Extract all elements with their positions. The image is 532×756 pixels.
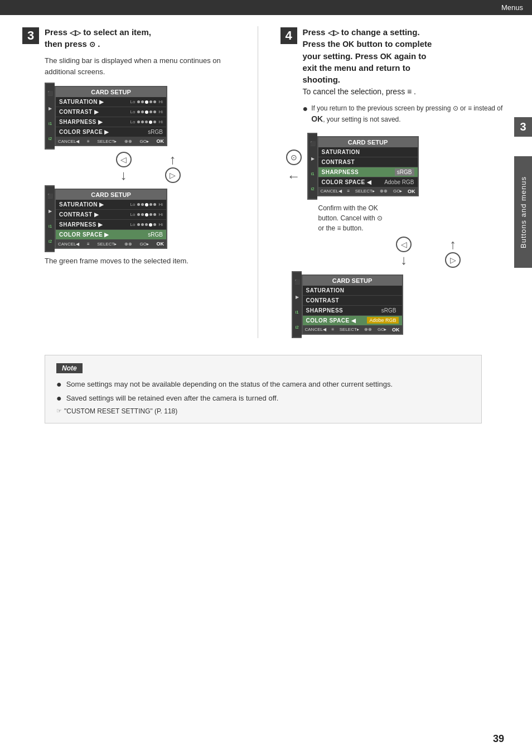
arrow-step4-up: ↑ bbox=[449, 237, 456, 252]
side-tab-label: Buttons and menus bbox=[514, 156, 532, 268]
cam-b-side-icons: ⬛ ▶ i1 i2 bbox=[292, 271, 302, 338]
arrow-step4-down: ↓ bbox=[400, 252, 407, 268]
step3-block: 3 Press ◁▷ to select an item, then press… bbox=[22, 26, 246, 338]
cam1-side-icons: ⬛ ▶ i1 i2 bbox=[45, 83, 55, 150]
step4-nav-circle: ⊙ bbox=[286, 150, 302, 165]
column-divider bbox=[258, 26, 258, 338]
arrow-up-right: ↑ bbox=[170, 152, 176, 167]
side-chapter-number: 3 bbox=[514, 117, 532, 137]
step4-bullet-text: If you return to the previous screen by … bbox=[311, 103, 504, 125]
top-bar: Menus bbox=[0, 0, 532, 15]
step4-title: Press ◁▷ to change a setting. Press the … bbox=[303, 26, 432, 98]
nav-circle-step4-right: ▷ bbox=[445, 252, 461, 268]
step4-screen-a: ⬛ ▶ i1 i2 CARD SETUP SATURATION CONTRAST… bbox=[307, 133, 419, 233]
step3-title: Press ◁▷ to select an item, then press ⊙… bbox=[45, 26, 151, 50]
cam-screen-2: CARD SETUP SATURATION ▶ Lo Hi CONTRAST ▶… bbox=[55, 189, 167, 249]
note-section: Note ● Some settings may not be availabl… bbox=[45, 355, 482, 423]
step3-number: 3 bbox=[22, 27, 39, 44]
cam-screen-1: CARD SETUP SATURATION ▶ Lo Hi CONTRAST ▶… bbox=[55, 86, 167, 146]
page-number: 39 bbox=[493, 733, 504, 745]
arrow-down-left: ↓ bbox=[120, 167, 127, 183]
nav-circle-step4-left: ◁ bbox=[396, 237, 412, 252]
nav-circle-left: ◁ bbox=[116, 152, 132, 167]
step3-desc: The sliding bar is displayed when a menu… bbox=[45, 55, 246, 77]
step3-caption: The green frame moves to the selected it… bbox=[45, 256, 246, 267]
nav-circle-right: ▷ bbox=[165, 167, 181, 183]
step4-screen-b: ⬛ ▶ i1 i2 CARD SETUP SATURATION CONTRAST… bbox=[292, 271, 505, 338]
header-title: Menus bbox=[501, 3, 523, 12]
cam-a-side-icons: ⬛ ▶ i1 i2 bbox=[307, 133, 317, 200]
note-item-1: ● Some settings may not be available dep… bbox=[56, 379, 470, 390]
note-item-2: ● Saved settings will be retained even a… bbox=[56, 393, 470, 404]
confirm-caption: Confirm with the OK button. Cancel with … bbox=[318, 203, 385, 233]
step4-block: 4 Press ◁▷ to change a setting. Press th… bbox=[269, 26, 505, 338]
note-sub: ☞ "CUSTOM RESET SETTING" (P. 118) bbox=[56, 407, 470, 415]
note-label: Note bbox=[56, 363, 83, 373]
cam2-side-icons: ⬛ ▶ i1 i2 bbox=[45, 185, 55, 252]
step4-number: 4 bbox=[280, 27, 297, 44]
